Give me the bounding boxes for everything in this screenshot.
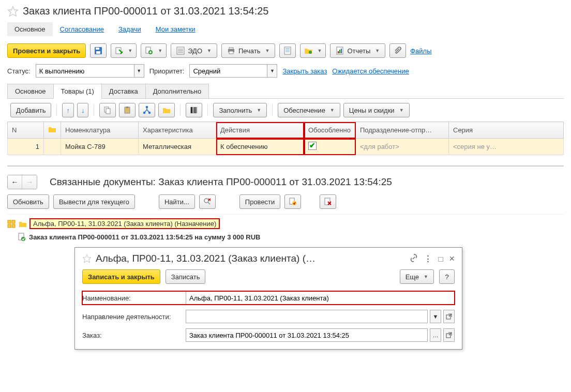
col-series[interactable]: Серия bbox=[449, 122, 564, 139]
barcode-button[interactable] bbox=[186, 103, 202, 117]
priority-dropdown-button[interactable]: ▼ bbox=[267, 64, 277, 78]
col-n[interactable]: N bbox=[8, 122, 44, 139]
copy-button[interactable] bbox=[99, 103, 116, 117]
svg-point-18 bbox=[309, 51, 312, 54]
svg-point-27 bbox=[146, 107, 148, 108]
create-based-button[interactable]: ▼ bbox=[141, 43, 167, 58]
tree-node-root[interactable]: Альфа, ПР00-11, 31.03.2021 (Заказ клиент… bbox=[30, 219, 219, 229]
star-icon[interactable] bbox=[82, 254, 92, 263]
output-current-button[interactable]: Вывести для текущего bbox=[53, 194, 135, 209]
status-dropdown-button[interactable]: ▼ bbox=[134, 64, 144, 78]
files-link[interactable]: Файлы bbox=[410, 47, 431, 55]
checkbox-checked[interactable] bbox=[308, 142, 317, 150]
tree-node-child[interactable]: Заказ клиента ПР00-000011 от 31.03.2021 … bbox=[29, 233, 260, 241]
move-down-button[interactable]: ↓ bbox=[77, 103, 89, 117]
status-combo[interactable]: ▼ bbox=[36, 64, 144, 78]
paperclip-icon bbox=[394, 47, 402, 55]
clear-find-button[interactable] bbox=[199, 194, 216, 209]
name-row: Наименование: bbox=[82, 291, 455, 305]
col-nomenclature[interactable]: Номенклатура bbox=[61, 122, 139, 139]
prices-button[interactable]: Цены и скидки▼ bbox=[343, 103, 410, 117]
nav-back-button[interactable]: ← bbox=[8, 175, 22, 189]
split-button[interactable] bbox=[139, 103, 155, 117]
cell-nomenclature[interactable]: Мойка С-789 bbox=[61, 139, 139, 155]
fill-button[interactable]: Заполнить▼ bbox=[213, 103, 267, 117]
table-row[interactable]: 1 Мойка С-789 Металлическая К обеспечени… bbox=[8, 139, 564, 155]
close-order-link[interactable]: Закрыть заказ bbox=[282, 67, 327, 75]
direction-open-button[interactable] bbox=[443, 310, 455, 323]
status-input[interactable] bbox=[36, 64, 134, 78]
cell-icon[interactable] bbox=[44, 139, 61, 155]
col-icon[interactable] bbox=[44, 122, 61, 139]
direction-input[interactable] bbox=[186, 310, 428, 323]
cell-series[interactable]: <серия не у… bbox=[449, 139, 564, 155]
paste-button[interactable] bbox=[119, 103, 136, 117]
subtab-additional[interactable]: Дополнительно bbox=[145, 84, 209, 98]
popup-help-button[interactable]: ? bbox=[439, 269, 455, 284]
subtab-goods[interactable]: Товары (1) bbox=[53, 84, 102, 99]
post-and-close-button[interactable]: Провести и закрыть bbox=[7, 43, 86, 58]
col-department[interactable]: Подразделение-отпр… bbox=[356, 122, 449, 139]
order-input[interactable] bbox=[186, 328, 428, 342]
awaiting-supply-link[interactable]: Ожидается обеспечение bbox=[332, 67, 409, 75]
popup-save-close-button[interactable]: Записать и закрыть bbox=[82, 269, 160, 284]
add-row-button[interactable]: Добавить bbox=[10, 103, 51, 117]
cell-department[interactable]: <для работ> bbox=[356, 139, 449, 155]
priority-combo[interactable]: ▼ bbox=[189, 64, 277, 78]
more-icon[interactable]: ⋮ bbox=[424, 254, 432, 263]
col-actions[interactable]: Действия bbox=[216, 122, 304, 139]
cell-actions[interactable]: К обеспечению bbox=[216, 139, 304, 155]
order-open-button[interactable] bbox=[443, 328, 455, 342]
post-button[interactable]: ▼ bbox=[111, 43, 137, 58]
svg-rect-26 bbox=[126, 107, 128, 108]
tab-approval[interactable]: Согласование bbox=[53, 22, 111, 36]
svg-rect-3 bbox=[96, 51, 100, 54]
direction-row: Направление деятельности: ▼ bbox=[82, 310, 455, 323]
cell-n[interactable]: 1 bbox=[8, 139, 44, 155]
tab-notes[interactable]: Мои заметки bbox=[148, 22, 203, 36]
name-input[interactable] bbox=[186, 291, 455, 305]
link-icon[interactable] bbox=[410, 254, 418, 264]
print-button[interactable]: Печать ▼ bbox=[221, 43, 276, 58]
order-select-button[interactable]: … bbox=[430, 328, 441, 342]
svg-point-29 bbox=[149, 112, 151, 114]
cell-separate[interactable] bbox=[304, 139, 356, 155]
clip-button[interactable] bbox=[389, 43, 406, 58]
cell-characteristic[interactable]: Металлическая bbox=[139, 139, 216, 155]
nav-forward-button[interactable]: → bbox=[22, 175, 37, 189]
goods-table[interactable]: N Номенклатура Характеристика Действия О… bbox=[7, 122, 564, 155]
direction-dropdown-button[interactable]: ▼ bbox=[430, 310, 441, 323]
subtab-main[interactable]: Основное bbox=[7, 84, 54, 98]
tree-collapse-icon[interactable] bbox=[7, 220, 16, 228]
col-characteristic[interactable]: Характеристика bbox=[139, 122, 216, 139]
popup-more-button[interactable]: Еще▼ bbox=[400, 269, 434, 284]
maximize-icon[interactable]: □ bbox=[438, 254, 443, 263]
close-icon[interactable]: × bbox=[449, 253, 455, 264]
post-doc-button[interactable]: Провести bbox=[239, 194, 281, 209]
find-button[interactable]: Найти... bbox=[159, 194, 195, 209]
star-icon[interactable] bbox=[7, 6, 19, 17]
folder-icon bbox=[162, 106, 171, 114]
col-separate[interactable]: Обособленно bbox=[304, 122, 356, 139]
delete-mark-button[interactable] bbox=[320, 194, 336, 209]
edo-icon bbox=[176, 47, 185, 55]
attach-folder-button[interactable]: ▼ bbox=[300, 43, 326, 58]
folder-attach-icon bbox=[304, 47, 312, 55]
folder-open-button[interactable] bbox=[158, 103, 175, 117]
subtab-delivery[interactable]: Доставка bbox=[101, 84, 146, 98]
unpost-button[interactable] bbox=[284, 194, 301, 209]
supply-button[interactable]: Обеспечение▼ bbox=[278, 103, 340, 117]
tab-main[interactable]: Основное bbox=[7, 22, 53, 36]
sub-tabs: Основное Товары (1) Доставка Дополнитель… bbox=[7, 84, 564, 99]
move-up-button[interactable]: ↑ bbox=[62, 103, 74, 117]
edo-button[interactable]: ЭДО ▼ bbox=[171, 43, 217, 58]
save-button[interactable] bbox=[90, 43, 107, 58]
popup-save-button[interactable]: Записать bbox=[166, 269, 206, 284]
list-button[interactable] bbox=[279, 43, 296, 58]
tab-tasks[interactable]: Задачи bbox=[111, 22, 148, 36]
refresh-button[interactable]: Обновить bbox=[7, 194, 49, 209]
svg-rect-12 bbox=[229, 48, 233, 49]
chevron-down-icon: ▼ bbox=[128, 48, 132, 53]
reports-button[interactable]: Отчеты ▼ bbox=[330, 43, 385, 58]
priority-input[interactable] bbox=[189, 64, 267, 78]
